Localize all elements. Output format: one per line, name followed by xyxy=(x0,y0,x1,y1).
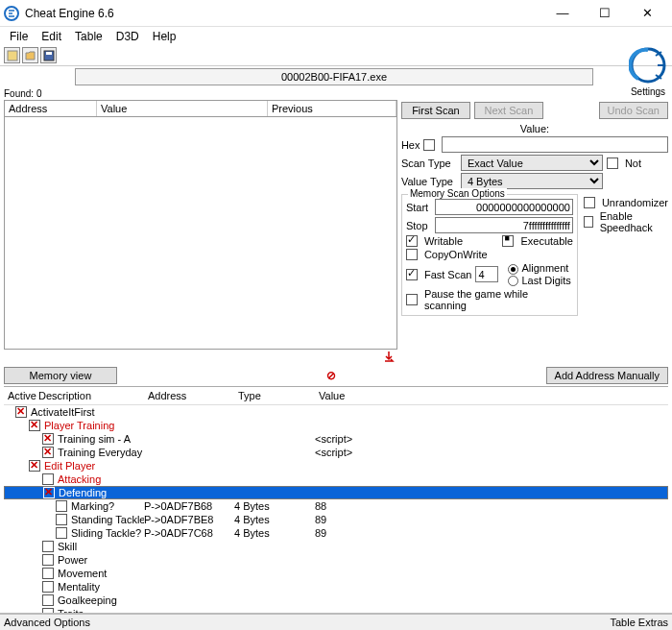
row-active-checkbox[interactable] xyxy=(56,514,67,525)
row-desc: Standing Tackle? xyxy=(71,514,144,525)
th-active[interactable]: Active xyxy=(4,389,35,402)
unrandomizer-checkbox[interactable] xyxy=(584,197,595,208)
table-row[interactable]: Marking?P->0ADF7B684 Bytes88 xyxy=(4,499,668,513)
row-active-checkbox[interactable] xyxy=(56,527,67,539)
fastscan-checkbox[interactable] xyxy=(406,269,418,280)
logo-area: Settings xyxy=(624,46,672,97)
unrandomizer-label: Unrandomizer xyxy=(602,197,668,208)
next-scan-button: Next Scan xyxy=(474,102,543,119)
table-row[interactable]: Edit Player xyxy=(4,459,668,472)
row-desc: Defending xyxy=(59,487,145,498)
advanced-options-button[interactable]: Advanced Options xyxy=(4,617,90,628)
minimize-button[interactable]: — xyxy=(541,0,584,27)
alignment-radio[interactable] xyxy=(508,264,518,275)
col-value[interactable]: Value xyxy=(97,101,268,116)
not-checkbox[interactable] xyxy=(607,158,618,169)
executable-checkbox[interactable] xyxy=(502,235,514,247)
pause-checkbox[interactable] xyxy=(406,294,418,305)
valuetype-select[interactable]: 4 Bytes xyxy=(461,173,603,189)
table-row[interactable]: Standing Tackle?P->0ADF7BE84 Bytes89 xyxy=(4,513,668,526)
table-row[interactable]: Player Training xyxy=(4,419,668,432)
row-active-checkbox[interactable] xyxy=(42,433,54,445)
row-type: 4 Bytes xyxy=(234,527,315,539)
writable-checkbox[interactable] xyxy=(406,235,418,247)
fastscan-input[interactable] xyxy=(475,266,498,282)
col-previous[interactable]: Previous xyxy=(268,101,396,116)
row-desc: Power xyxy=(58,554,144,566)
row-active-checkbox[interactable] xyxy=(42,568,54,579)
table-row[interactable]: Movement xyxy=(4,567,668,580)
memory-view-button[interactable]: Memory view xyxy=(4,367,117,384)
row-desc: Sliding Tackle? xyxy=(71,527,144,539)
menu-d3d[interactable]: D3D xyxy=(110,29,145,44)
table-row[interactable]: Defending xyxy=(4,486,668,499)
results-list[interactable] xyxy=(4,117,397,350)
process-name-box[interactable]: 00002B00-FIFA17.exe xyxy=(75,68,593,85)
menu-edit[interactable]: Edit xyxy=(36,29,67,44)
writable-label: Writable xyxy=(424,235,463,247)
menu-help[interactable]: Help xyxy=(147,29,182,44)
table-row[interactable]: Sliding Tackle?P->0ADF7C684 Bytes89 xyxy=(4,526,668,540)
col-address[interactable]: Address xyxy=(5,101,97,116)
row-active-checkbox[interactable] xyxy=(29,460,40,472)
row-active-checkbox[interactable] xyxy=(15,406,27,418)
undo-scan-button: Undo Scan xyxy=(599,102,668,119)
maximize-button[interactable]: ☐ xyxy=(584,0,626,27)
add-address-button[interactable]: Add Address Manually xyxy=(546,367,668,384)
menu-file[interactable]: File xyxy=(4,29,34,44)
table-row[interactable]: Training sim - A<script> xyxy=(4,432,668,446)
row-desc: Training Everyday xyxy=(58,447,144,458)
table-row[interactable]: Training Everyday<script> xyxy=(4,446,668,459)
stop-icon[interactable]: ⊘ xyxy=(326,369,336,382)
row-desc: Mentality xyxy=(58,581,144,593)
hex-checkbox[interactable] xyxy=(423,139,435,151)
row-desc: Player Training xyxy=(44,420,144,431)
row-desc: Skill xyxy=(58,541,144,552)
row-desc: Attacking xyxy=(58,473,144,485)
table-row[interactable]: ActivateItFirst xyxy=(4,405,668,419)
row-value: 88 xyxy=(315,500,392,512)
value-label: Value: xyxy=(520,123,549,134)
table-row[interactable]: Attacking xyxy=(4,472,668,486)
th-value[interactable]: Value xyxy=(315,389,392,402)
row-value: 89 xyxy=(315,527,392,539)
ce-logo-icon[interactable] xyxy=(629,46,667,85)
th-type[interactable]: Type xyxy=(234,389,315,402)
hex-label: Hex xyxy=(401,139,420,151)
table-row[interactable]: Skill xyxy=(4,540,668,553)
stop-input[interactable] xyxy=(435,217,573,233)
add-to-list-arrow-icon[interactable] xyxy=(4,350,397,365)
close-button[interactable]: ✕ xyxy=(626,0,668,27)
row-value: 89 xyxy=(315,514,392,525)
row-active-checkbox[interactable] xyxy=(56,500,67,512)
row-active-checkbox[interactable] xyxy=(29,420,40,431)
table-row[interactable]: Goalkeeping xyxy=(4,594,668,607)
settings-link[interactable]: Settings xyxy=(624,86,672,97)
copyonwrite-checkbox[interactable] xyxy=(406,249,418,260)
row-active-checkbox[interactable] xyxy=(43,487,55,498)
table-row[interactable]: Mentality xyxy=(4,580,668,594)
menu-table[interactable]: Table xyxy=(69,29,108,44)
row-active-checkbox[interactable] xyxy=(42,541,54,552)
row-active-checkbox[interactable] xyxy=(42,447,54,458)
row-active-checkbox[interactable] xyxy=(42,594,54,606)
scantype-select[interactable]: Exact Value xyxy=(461,155,603,171)
row-desc: Movement xyxy=(58,568,144,579)
value-input[interactable] xyxy=(442,136,668,153)
first-scan-button[interactable]: First Scan xyxy=(401,102,470,119)
th-desc[interactable]: Description xyxy=(35,389,144,402)
start-input[interactable] xyxy=(435,199,573,215)
table-extras-button[interactable]: Table Extras xyxy=(610,617,668,628)
th-addr[interactable]: Address xyxy=(144,389,234,402)
save-button[interactable] xyxy=(40,47,57,63)
table-row[interactable]: Power xyxy=(4,553,668,567)
open-process-button[interactable] xyxy=(4,47,20,63)
row-active-checkbox[interactable] xyxy=(42,554,54,566)
open-file-button[interactable] xyxy=(22,47,38,63)
row-active-checkbox[interactable] xyxy=(42,581,54,593)
row-active-checkbox[interactable] xyxy=(42,473,54,485)
lastdigits-radio[interactable] xyxy=(508,276,518,286)
menubar: File Edit Table D3D Help xyxy=(0,27,672,45)
cheat-table-body[interactable]: ActivateItFirstPlayer TrainingTraining s… xyxy=(4,405,668,626)
speedhack-checkbox[interactable] xyxy=(584,216,593,228)
